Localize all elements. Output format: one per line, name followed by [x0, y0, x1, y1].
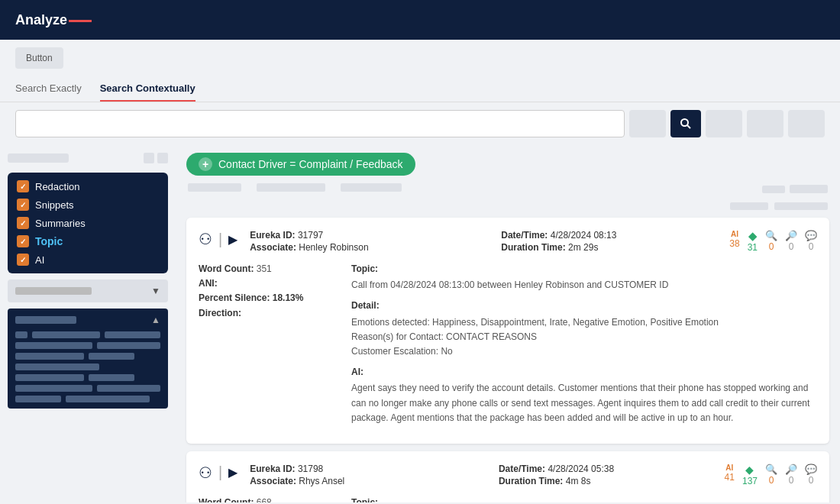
- duration-label-2: Duration Time: 4m 8s: [499, 476, 725, 486]
- sidebar-checklist: ✓ Redaction ✓ Snippets ✓ Summaries ✓ Top…: [8, 173, 168, 273]
- word-count-row-2: Word Count: 668: [199, 496, 336, 502]
- play-icon: ▶: [228, 232, 237, 247]
- ai-badge-2: AI 41: [725, 464, 735, 483]
- sort-bar-1: [730, 202, 768, 210]
- word-count-row: Word Count: 351: [199, 262, 336, 276]
- divider-icon: |: [218, 231, 222, 248]
- teal-badge-2: ◆ 137: [742, 464, 758, 486]
- expand-row-bar-10: [15, 385, 92, 392]
- meta-bar-2: [257, 183, 325, 192]
- checkbox-redaction[interactable]: ✓: [17, 180, 29, 192]
- eureka-id-label: Eureka ID: 31797: [250, 230, 478, 241]
- check-item-topic[interactable]: ✓ Topic: [17, 235, 159, 247]
- sidebar-header-bar: [8, 153, 69, 163]
- call-2-icons: ⚇ | ▶: [199, 464, 237, 482]
- search-button[interactable]: [670, 110, 701, 137]
- tab-search-contextually[interactable]: Search Contextually: [100, 76, 195, 102]
- filter-tag[interactable]: + Contact Driver = Complaint / Feedback: [186, 153, 415, 176]
- expand-row-7: [15, 396, 160, 402]
- expand-row-bar-11: [97, 385, 160, 392]
- expand-row-3: [15, 353, 160, 360]
- search-pill-4[interactable]: [788, 110, 825, 137]
- search-small-icon: 🔍: [765, 230, 777, 241]
- chat-icon-gray-2: 💬: [805, 464, 817, 475]
- sidebar: ✓ Redaction ✓ Snippets ✓ Summaries ✓ Top…: [0, 145, 176, 502]
- check-label-redaction: Redaction: [35, 181, 80, 192]
- search-small-icon-2: 🔍: [765, 464, 777, 475]
- sort-bar-2: [774, 202, 828, 210]
- toolbar: Button: [0, 40, 840, 76]
- teal-icon-2: ◆: [745, 464, 754, 476]
- call-1-details: Word Count: 351 ANI: Percent Silence: 18…: [199, 262, 817, 431]
- expand-row-bar-12: [15, 396, 61, 402]
- call-2-right-content: Topic: Call from 04/28/2024 17:38:00 bet…: [351, 496, 817, 502]
- gray-badge-1b: 💬 0: [805, 230, 817, 252]
- gray-badge-2b: 💬 0: [805, 464, 817, 486]
- duration-label: Duration Time: 2m 29s: [501, 242, 729, 253]
- teal-icon: ◆: [748, 230, 757, 242]
- expand-row-bar-9: [89, 374, 134, 381]
- search-pill-2[interactable]: [706, 110, 742, 137]
- check-item-redaction[interactable]: ✓ Redaction: [17, 180, 159, 192]
- sidebar-header: [8, 153, 168, 163]
- ani-row: ANI:: [199, 276, 336, 291]
- expand-row-bar-4: [97, 342, 160, 349]
- associate-label: Associate: Henley Robinson: [250, 242, 478, 253]
- expand-row-6: [15, 385, 160, 392]
- checkbox-snippets[interactable]: ✓: [17, 199, 29, 211]
- expand-chevron-icon[interactable]: ▲: [151, 315, 160, 325]
- search-pill-1[interactable]: [629, 110, 666, 137]
- checkbox-ai[interactable]: ✓: [17, 254, 29, 266]
- dropdown-chevron-icon: ▼: [151, 286, 160, 296]
- call-card-1: ⚇ | ▶ Eureka ID: 31797 Date/Time: 4/28/2…: [186, 218, 829, 444]
- checkbox-topic[interactable]: ✓: [17, 235, 29, 247]
- sidebar-dropdown[interactable]: ▼: [8, 279, 168, 302]
- expand-row-sm-1: [15, 331, 27, 338]
- expand-row-1: [15, 331, 160, 338]
- sidebar-icon-group: [144, 153, 168, 163]
- toolbar-button[interactable]: Button: [15, 47, 63, 69]
- expand-rows: [15, 331, 160, 402]
- search-icon-gray-2: 🔎: [785, 464, 797, 475]
- headphone-icon-2: ⚇: [199, 464, 212, 482]
- check-item-summaries[interactable]: ✓ Summaries: [17, 217, 159, 229]
- call-card-2: ⚇ | ▶ Eureka ID: 31798 Date/Time: 4/28/2…: [186, 451, 829, 502]
- checkbox-summaries[interactable]: ✓: [17, 217, 29, 229]
- meta-bar-3: [341, 183, 402, 192]
- check-label-summaries: Summaries: [35, 218, 86, 229]
- silence-row: Percent Silence: 18.13%: [199, 291, 336, 305]
- search-icon-gray: 🔎: [785, 230, 797, 241]
- check-label-snippets: Snippets: [35, 199, 74, 211]
- date-time-label: Date/Time: 4/28/2024 08:13: [501, 230, 729, 241]
- orange-badge-2: 🔍 0: [765, 464, 777, 486]
- call-2-left-meta: Word Count: 668 ANI: Percent Silence: 20…: [199, 496, 336, 502]
- call-2-details: Word Count: 668 ANI: Percent Silence: 20…: [199, 496, 817, 502]
- expand-row-2: [15, 342, 160, 349]
- gray-badge-2a: 🔎 0: [785, 464, 797, 486]
- search-pill-3[interactable]: [747, 110, 783, 137]
- sort-row: [186, 202, 829, 210]
- meta-bar-1: [188, 183, 241, 192]
- tab-search-exactly[interactable]: Search Exactly: [15, 76, 82, 102]
- filter-plus-icon: +: [199, 157, 212, 171]
- call-2-info-grid: Eureka ID: 31798 Date/Time: 4/28/2024 05…: [250, 464, 724, 486]
- ai-badge-1: AI 38: [729, 230, 739, 249]
- dropdown-bar: [15, 287, 92, 295]
- check-item-snippets[interactable]: ✓ Snippets: [17, 199, 159, 211]
- meta-bar-sm-1: [762, 186, 785, 193]
- meta-bar-sm-2: [790, 185, 828, 193]
- results-panel: + Contact Driver = Complaint / Feedback: [176, 145, 840, 502]
- expand-header: ▲: [15, 315, 160, 325]
- call-1-ai-summary: Agent says they need to verify the accou…: [351, 381, 817, 425]
- search-input[interactable]: [15, 110, 625, 137]
- main-content: ✓ Redaction ✓ Snippets ✓ Summaries ✓ Top…: [0, 145, 840, 502]
- play-icon-2: ▶: [228, 465, 237, 480]
- result-meta: [188, 183, 402, 192]
- call-card-2-header: ⚇ | ▶ Eureka ID: 31798 Date/Time: 4/28/2…: [199, 464, 817, 486]
- expand-row-bar-8: [15, 374, 84, 381]
- call-1-actions: AI 38 ◆ 31 🔍 0 🔎 0: [729, 230, 817, 253]
- check-item-ai[interactable]: ✓ AI: [17, 254, 159, 266]
- call-1-left-meta: Word Count: 351 ANI: Percent Silence: 18…: [199, 262, 336, 431]
- sidebar-icon-1: [144, 153, 154, 163]
- gray-badge-1a: 🔎 0: [785, 230, 797, 252]
